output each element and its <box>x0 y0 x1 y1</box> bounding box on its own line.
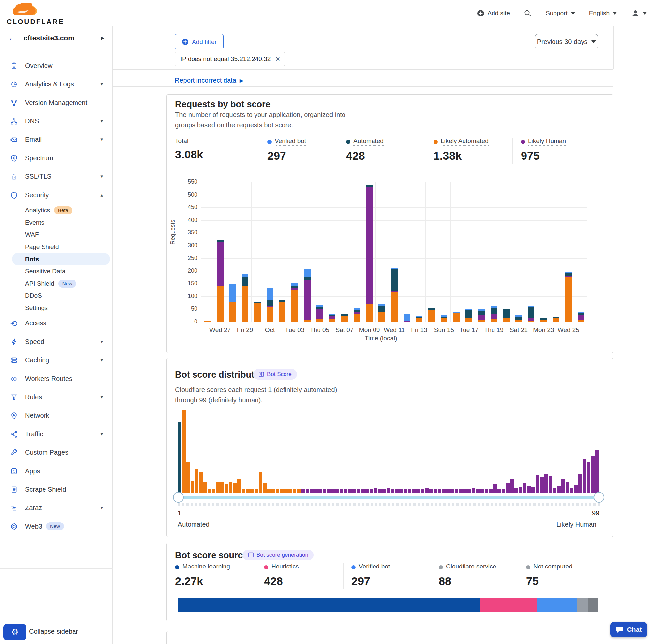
add-filter-button[interactable]: Add filter <box>175 34 223 49</box>
score-range-slider-track[interactable] <box>178 496 600 499</box>
sidebar-item-waf[interactable]: WAF <box>0 229 113 241</box>
x-tick-label: Sun 15 <box>434 326 454 334</box>
sidebar-item-custom-pages[interactable]: Custom Pages <box>0 443 113 462</box>
sidebar-item-sensitive-data[interactable]: Sensitive Data <box>0 265 113 277</box>
sidebar-item-security[interactable]: Security▴ <box>0 186 113 204</box>
language-menu[interactable]: English <box>589 9 617 17</box>
date-range-selector[interactable]: Previous 30 days <box>535 34 598 49</box>
stat-label[interactable]: Heuristics <box>264 563 299 572</box>
cloudflare-logo[interactable]: CLOUDFLARE <box>6 3 72 19</box>
new-badge: New <box>58 280 76 288</box>
sidebar-item-ssl-tls[interactable]: SSL/TLS▾ <box>0 167 113 186</box>
bar-segment-likely-human <box>316 309 323 319</box>
sidebar-item-ddos[interactable]: DDoS <box>0 290 113 302</box>
sidebar-item-page-shield[interactable]: Page Shield <box>0 241 113 253</box>
stat-label[interactable]: Not computed <box>526 563 572 572</box>
histogram-bar-score-53 <box>399 489 403 493</box>
histogram-bar-score-7 <box>204 482 207 493</box>
stat-label[interactable]: Machine learning <box>175 563 230 572</box>
bar-segment-likely-automated <box>217 285 223 322</box>
stats-row: Machine learning2.27kHeuristics428Verifi… <box>167 563 613 593</box>
slider-handle-min[interactable] <box>173 492 184 503</box>
sidebar-item-zaraz[interactable]: Zaraz▾ <box>0 499 113 517</box>
bar-segment-automated <box>391 269 398 291</box>
y-tick-label: 250 <box>178 255 197 261</box>
sidebar-item-network[interactable]: Network <box>0 406 113 425</box>
histogram-bar-score-16 <box>242 489 245 493</box>
divider <box>613 26 613 69</box>
add-site-button[interactable]: Add site <box>477 9 510 17</box>
histogram-bar-score-28 <box>293 489 297 493</box>
sidebar-item-dns[interactable]: DNS▾ <box>0 112 113 130</box>
sidebar-item-analytics-logs[interactable]: Analytics & Logs▾ <box>0 75 113 93</box>
filter-chip[interactable]: IP does not equal 35.212.240.32 × <box>175 52 285 66</box>
stat-label[interactable]: Likely Automated <box>433 138 489 146</box>
stat-label[interactable]: Verified bot <box>351 563 390 572</box>
sidebar-item-speed[interactable]: Speed▾ <box>0 332 113 351</box>
histogram-bar-score-39 <box>339 489 343 493</box>
bar-segment-verified-bot <box>503 309 510 309</box>
histogram-bar-score-68 <box>463 489 467 493</box>
stat-label[interactable]: Automated <box>346 138 384 146</box>
histogram-bar-score-55 <box>408 489 411 493</box>
sidebar-item-version-management[interactable]: Version Management <box>0 93 113 112</box>
histogram-bar-score-1 <box>178 422 181 493</box>
sidebar-item-email[interactable]: Email▾ <box>0 130 113 149</box>
report-incorrect-data-link[interactable]: Report incorrect data▶ <box>175 77 243 85</box>
histogram-bar-score-83 <box>527 486 531 493</box>
x-tick-label: Mon 23 <box>533 326 554 334</box>
gridline <box>425 182 426 322</box>
sidebar-item-traffic[interactable]: Traffic▾ <box>0 425 113 443</box>
y-tick-label: 400 <box>178 217 197 224</box>
histogram-bar-score-45 <box>365 489 369 493</box>
remove-filter-icon[interactable]: × <box>275 55 280 63</box>
bot-score-generation-doc-badge[interactable]: Bot score generation <box>243 550 313 560</box>
sidebar-item-analytics[interactable]: AnalyticsBeta <box>0 204 113 216</box>
bar-segment-automated <box>503 309 510 318</box>
card-title: Bot score source <box>175 550 248 560</box>
chat-button[interactable]: Chat <box>610 622 647 638</box>
sidebar-item-caching[interactable]: Caching▾ <box>0 351 113 369</box>
histogram-bar-score-90 <box>557 486 561 493</box>
sidebar-gear-button[interactable]: ⚙ <box>3 624 26 640</box>
search-button[interactable] <box>524 9 532 17</box>
histogram-bar-score-21 <box>263 483 267 493</box>
sidebar-item-api-shield[interactable]: API ShieldNew <box>0 277 113 290</box>
account-menu[interactable] <box>631 9 647 18</box>
doc-icon <box>258 371 264 377</box>
histogram-bar-score-8 <box>208 489 211 493</box>
arrow-right-icon: ▶ <box>240 78 244 84</box>
sidebar-item-spectrum[interactable]: Spectrum <box>0 149 113 167</box>
sidebar-item-settings[interactable]: Settings <box>0 302 113 314</box>
back-arrow-icon[interactable]: ← <box>8 33 17 43</box>
sidebar-item-overview[interactable]: Overview <box>0 56 113 75</box>
bar-segment-automated <box>366 185 373 187</box>
support-menu[interactable]: Support <box>546 9 575 17</box>
bar-segment-likely-automated <box>254 303 261 322</box>
sidebar-item-bots[interactable]: Bots <box>12 253 110 265</box>
sidebar-item-access[interactable]: Access <box>0 314 113 332</box>
bot-score-doc-badge[interactable]: Bot Score <box>253 369 297 380</box>
x-tick-label: Sat 07 <box>336 326 354 334</box>
stat-label[interactable]: Likely Human <box>521 138 566 146</box>
slider-handle-max[interactable] <box>594 492 604 503</box>
gridline <box>301 182 301 322</box>
sidebar-item-apps[interactable]: Apps <box>0 462 113 480</box>
sidebar-item-web3[interactable]: Web3New <box>0 517 113 535</box>
sidebar-item-scrape-shield[interactable]: Scrape Shield <box>0 480 113 499</box>
stat-label[interactable]: Verified bot <box>267 138 306 146</box>
stat-heuristics: Heuristics428 <box>264 563 299 588</box>
stat-label[interactable]: Cloudflare service <box>439 563 496 572</box>
site-expand-icon[interactable]: ▸ <box>101 34 104 42</box>
brand-text: CLOUDFLARE <box>6 18 64 26</box>
x-tick-label: Thu 05 <box>310 326 329 334</box>
collapse-sidebar-button[interactable]: Collapse sidebar <box>29 628 78 636</box>
sidebar-item-events[interactable]: Events <box>0 216 113 229</box>
sidebar-item-workers-routes[interactable]: Workers Routes <box>0 369 113 388</box>
new-badge: New <box>46 522 64 530</box>
histogram-bar-score-18 <box>250 489 254 493</box>
divider <box>259 138 259 164</box>
sidebar-item-rules[interactable]: Rules▾ <box>0 388 113 406</box>
histogram-bar-score-91 <box>561 479 565 493</box>
stat-cloudflare-service: Cloudflare service88 <box>439 563 496 588</box>
